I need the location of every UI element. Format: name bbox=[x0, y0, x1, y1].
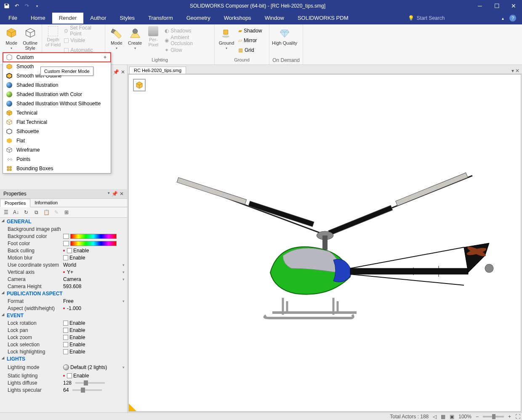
brush-icon[interactable]: ✎ bbox=[52, 209, 61, 216]
view2-icon[interactable]: ▣ bbox=[450, 414, 454, 420]
checkbox[interactable] bbox=[63, 335, 68, 340]
section-general[interactable]: General bbox=[0, 218, 127, 225]
checkbox[interactable] bbox=[63, 342, 68, 347]
prop-static-lighting[interactable]: Static lightingEnable bbox=[0, 372, 127, 379]
zoom-out-icon[interactable]: − bbox=[476, 414, 479, 420]
prop-camera[interactable]: CameraCamera▾ bbox=[0, 276, 127, 283]
paste-icon[interactable]: 📋 bbox=[42, 209, 51, 216]
checkbox[interactable] bbox=[67, 373, 72, 378]
lighting-mode-button[interactable]: Mode ▾ bbox=[108, 25, 125, 56]
chevron-down-icon[interactable]: ▾ bbox=[123, 263, 127, 267]
tab-styles[interactable]: Styles bbox=[113, 13, 141, 24]
dropdown-icon[interactable]: ▾ ✕ bbox=[509, 68, 522, 74]
tab-author[interactable]: Author bbox=[83, 13, 113, 24]
mode-item-silhouette[interactable]: Silhouette bbox=[3, 127, 111, 136]
prop-back-culling[interactable]: Back cullingEnable bbox=[0, 247, 127, 254]
qat-dropdown-icon[interactable]: ▾ bbox=[33, 2, 41, 10]
prop-motion-blur[interactable]: Motion blurEnable bbox=[0, 254, 127, 261]
mode-item-flat-technical[interactable]: Flat Technical bbox=[3, 118, 111, 127]
prop-aspect[interactable]: Aspect (width/height)-1.000 bbox=[0, 305, 127, 312]
maximize-button[interactable]: ☐ bbox=[488, 0, 505, 12]
dropdown-icon[interactable]: ▾ bbox=[108, 191, 110, 197]
tab-geometry[interactable]: Geometry bbox=[180, 13, 217, 24]
ground-mirror[interactable]: ▱Mirror bbox=[237, 36, 264, 45]
checkbox[interactable] bbox=[63, 321, 68, 326]
pin-icon[interactable]: 📌 bbox=[113, 69, 119, 75]
tab-file[interactable]: File bbox=[2, 13, 24, 24]
swatch-icon[interactable] bbox=[63, 241, 69, 246]
prop-bg-image[interactable]: Background image path bbox=[0, 225, 127, 233]
prop-lights-specular[interactable]: Lights specular64 bbox=[0, 386, 127, 393]
section-event[interactable]: Event bbox=[0, 312, 127, 319]
mode-item-shaded[interactable]: Shaded Illustration bbox=[3, 80, 111, 90]
collapse-ribbon-icon[interactable]: ▴ bbox=[502, 16, 504, 21]
prop-lock-highlight[interactable]: Lock highlightingEnable bbox=[0, 348, 127, 355]
section-lights[interactable]: Lights bbox=[0, 355, 127, 363]
tab-home[interactable]: Home bbox=[24, 13, 52, 24]
prop-camera-height[interactable]: Camera Height593.608 bbox=[0, 283, 127, 290]
mode-item-shaded-nosil[interactable]: Shaded Illustration Without Silhouette bbox=[3, 99, 111, 108]
mode-item-technical[interactable]: Technical bbox=[3, 108, 111, 118]
minimize-button[interactable]: ─ bbox=[471, 0, 488, 12]
prop-lock-rotation[interactable]: Lock rotationEnable bbox=[0, 319, 127, 326]
mode-item-shaded-color[interactable]: Shaded Illustration with Color bbox=[3, 90, 111, 99]
high-quality-button[interactable]: High Quality bbox=[272, 25, 297, 56]
prop-lock-zoom[interactable]: Lock zoomEnable bbox=[0, 334, 127, 341]
copy-icon[interactable]: ⧉ bbox=[32, 209, 40, 216]
chevron-down-icon[interactable]: ▾ bbox=[123, 299, 127, 303]
zoom-slider[interactable] bbox=[483, 416, 504, 417]
mode-button[interactable]: Mode ▾ bbox=[3, 25, 21, 56]
section-publication[interactable]: Publication Aspect bbox=[0, 290, 127, 297]
checkbox[interactable] bbox=[63, 255, 68, 260]
categorize-icon[interactable]: ☰ bbox=[2, 209, 10, 216]
tab-transform[interactable]: Transform bbox=[141, 13, 180, 24]
slider[interactable] bbox=[75, 382, 105, 384]
tab-window[interactable]: Window bbox=[258, 13, 291, 24]
close-icon[interactable]: ✕ bbox=[121, 69, 125, 75]
prop-lock-selection[interactable]: Lock selectionEnable bbox=[0, 341, 127, 348]
refresh-icon[interactable]: ↻ bbox=[22, 209, 30, 216]
ground-grid[interactable]: ▦Grid bbox=[237, 45, 264, 55]
prop-coord-system[interactable]: Use coordinate systemWorld▾ bbox=[0, 261, 127, 268]
slider[interactable] bbox=[72, 389, 102, 391]
tab-properties[interactable]: Properties bbox=[0, 199, 30, 207]
prop-lights-diffuse[interactable]: Lights diffuse128 bbox=[0, 379, 127, 386]
outline-style-button[interactable]: Outline Style bbox=[21, 25, 40, 56]
ground-shadow[interactable]: ▰Shadow bbox=[237, 26, 264, 35]
tab-information[interactable]: Information bbox=[30, 199, 62, 207]
ground-button[interactable]: Ground ▾ bbox=[217, 25, 236, 56]
rainbow-picker[interactable] bbox=[70, 234, 117, 239]
prop-lighting-mode[interactable]: Lighting modeDefault (2 lights)▾ bbox=[0, 363, 127, 372]
prop-bg-color[interactable]: Background color bbox=[0, 233, 127, 240]
document-tab[interactable]: RC Heli-2020_tips.smg bbox=[129, 67, 186, 74]
prop-lock-pan[interactable]: Lock panEnable bbox=[0, 326, 127, 334]
property-grid[interactable]: General Background image path Background… bbox=[0, 218, 127, 412]
fullscreen-icon[interactable]: ⛶ bbox=[515, 414, 520, 420]
mode-item-flat[interactable]: Flat bbox=[3, 136, 111, 145]
mode-item-wireframe[interactable]: Wireframe bbox=[3, 145, 111, 155]
mode-item-custom[interactable]: Custom + bbox=[3, 53, 111, 62]
mode-item-points[interactable]: ⁘⁘ Points bbox=[3, 155, 111, 164]
prev-icon[interactable]: ◁ bbox=[433, 414, 437, 420]
pin-icon[interactable]: 📌 bbox=[112, 191, 118, 197]
redo-icon[interactable]: ↷ bbox=[23, 2, 31, 10]
view-cube-icon[interactable] bbox=[133, 79, 146, 91]
save-icon[interactable] bbox=[3, 2, 11, 10]
rainbow-picker[interactable] bbox=[70, 241, 117, 246]
lighting-create-button[interactable]: Create ▾ bbox=[126, 25, 144, 56]
expand-icon[interactable]: ⊞ bbox=[62, 209, 71, 216]
chevron-down-icon[interactable]: ▾ bbox=[123, 277, 127, 281]
chevron-down-icon[interactable]: ▾ bbox=[123, 365, 127, 369]
zoom-in-icon[interactable]: + bbox=[508, 414, 511, 420]
view-icon[interactable]: ▦ bbox=[441, 414, 445, 420]
tab-render[interactable]: Render bbox=[52, 13, 84, 24]
prop-vertical-axis[interactable]: Vertical axisY+▾ bbox=[0, 268, 127, 276]
tab-workshops[interactable]: Workshops bbox=[217, 13, 258, 24]
checkbox[interactable] bbox=[67, 248, 72, 253]
helicopter-model[interactable] bbox=[152, 146, 498, 340]
close-button[interactable]: ✕ bbox=[505, 0, 522, 12]
prop-format[interactable]: FormatFree▾ bbox=[0, 297, 127, 305]
mode-item-bounding[interactable]: Bounding Boxes bbox=[3, 164, 111, 173]
search-box[interactable]: 💡 Start Search bbox=[408, 15, 445, 21]
undo-icon[interactable]: ↶ bbox=[13, 2, 21, 10]
